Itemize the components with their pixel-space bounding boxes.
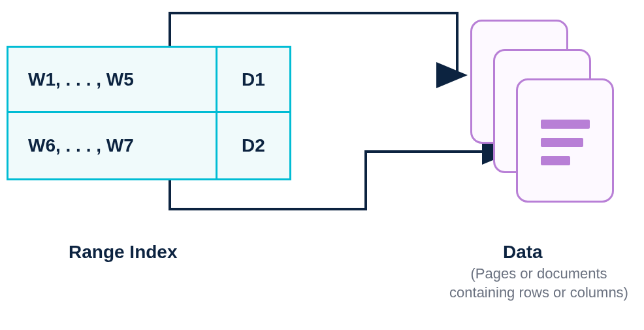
range-cell: W6, . . . , W7: [8, 113, 217, 178]
data-sublabel: (Pages or documents containing rows or c…: [438, 265, 640, 302]
range-cell: W1, . . . , W5: [8, 48, 217, 111]
doc-line: [541, 156, 570, 165]
doc-line: [541, 138, 583, 147]
range-index-table: W1, . . . , W5 D1 W6, . . . , W7 D2: [7, 46, 291, 180]
diagram-container: W1, . . . , W5 D1 W6, . . . , W7 D2 Rang…: [0, 0, 644, 330]
doc-cell: D2: [217, 113, 289, 178]
document-content-lines: [541, 120, 590, 174]
range-index-label: Range Index: [69, 242, 177, 263]
table-row: W1, . . . , W5 D1: [8, 48, 289, 113]
doc-cell: D1: [217, 48, 289, 111]
document-icon: [516, 78, 614, 203]
table-row: W6, . . . , W7 D2: [8, 113, 289, 178]
doc-line: [541, 120, 590, 129]
data-label: Data: [503, 242, 543, 263]
